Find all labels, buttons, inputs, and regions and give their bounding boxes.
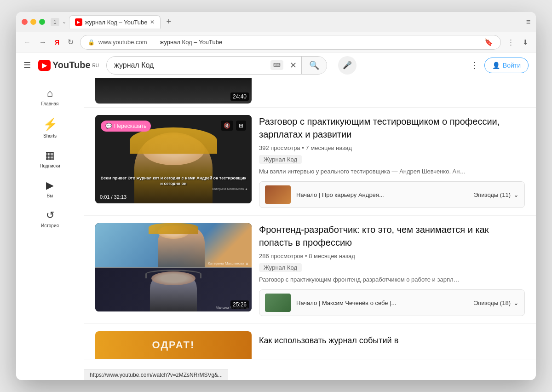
main-content: ⌂ Главная ⚡ Shorts ▦ Подписки ▶ Вы ↺ И [16, 78, 536, 380]
tab-count[interactable]: 1 [51, 18, 59, 26]
hamburger-menu-icon[interactable]: ☰ [23, 60, 31, 70]
tab-close-button[interactable]: ✕ [150, 19, 155, 25]
video-meta-2: 286 просмотров • 8 месяцев назад [259, 253, 525, 259]
episode-count-2: Эпизоды (18) [474, 300, 511, 306]
video-title-2[interactable]: Фронтенд-разработчик: кто это, чем заним… [259, 223, 525, 249]
retell-button[interactable]: 💬 Пересказать [101, 121, 151, 132]
video-thumbnail-3[interactable]: ОДРАТ! [95, 331, 252, 359]
video-thumbnail-2[interactable]: Катерина Максимова ▲ Мак [95, 223, 252, 311]
sidebar-item-you[interactable]: ▶ Вы [16, 174, 84, 204]
sidebar: ⌂ Главная ⚡ Shorts ▦ Подписки ▶ Вы ↺ И [16, 78, 84, 380]
playlist-thumbnail-2 [265, 294, 291, 312]
subscriptions-icon: ▦ [45, 150, 55, 161]
close-button[interactable] [22, 19, 28, 25]
header-actions: ⋮ 👤 Войти [471, 58, 529, 73]
sidebar-shorts-label: Shorts [43, 133, 57, 138]
mute-icon[interactable]: 🔇 [221, 121, 233, 131]
maximize-button[interactable] [39, 19, 45, 25]
thumb-controls: 🔇 ⊞ [221, 121, 246, 131]
sidebar-history-label: История [41, 223, 59, 228]
bookmark-icon[interactable]: 🔖 [484, 38, 493, 46]
playlist-episodes-2[interactable]: Эпизоды (18) ⌄ [474, 299, 519, 306]
video-result-1: Всем привет Это журнал кот и сегодня с н… [84, 108, 536, 216]
playlist-info-2: Начало | Максим Чеченёв о себе |... [296, 299, 468, 307]
forward-button[interactable]: → [37, 36, 48, 48]
history-icon: ↺ [46, 209, 54, 221]
sidebar-home-label: Главная [41, 101, 58, 106]
video-title-1[interactable]: Разговор с практикующим тестировщиком о … [259, 115, 525, 141]
sidebar-item-home[interactable]: ⌂ Главная [16, 82, 84, 112]
thumb-top-half: Катерина Максимова ▲ [95, 223, 252, 267]
youtube-logo[interactable]: ▶ YouTube RU [38, 60, 99, 71]
sidebar-item-history[interactable]: ↺ История [16, 204, 84, 234]
youtube-app: ☰ ▶ YouTube RU ⌨ ✕ 🔍 🎤 ⋮ 👤 Войти [16, 52, 536, 380]
youtube-region-label: RU [92, 63, 99, 68]
results-list: 24:40 [84, 78, 536, 359]
reload-button[interactable]: ↻ [66, 36, 75, 48]
name-tag-top: Катерина Максимова ▲ [208, 261, 249, 265]
channel-name-1[interactable]: Журнал Код [259, 155, 302, 164]
retell-label: Пересказать [114, 123, 146, 129]
video-result-3: ОДРАТ! Как использовать журнал событий в [84, 324, 536, 359]
partial-top-result: 24:40 [84, 78, 536, 108]
url-input[interactable]: 🔒 www.youtube.com журнал Код – YouTube 🔖 [80, 35, 501, 50]
video-subtitle: Всем привет Это журнал кот и сегодня с н… [95, 175, 252, 187]
partial-duration: 24:40 [230, 92, 249, 101]
video-title-3[interactable]: Как использовать журнал событий в [259, 335, 525, 346]
voice-search-button[interactable]: 🎤 [338, 56, 356, 75]
search-results[interactable]: 24:40 [84, 78, 536, 380]
expand-icon-1[interactable]: ⌄ [513, 191, 519, 198]
video-time-indicator: 0:01 / 32:13 [100, 194, 126, 200]
video-meta-1: 392 просмотра • 7 месяцев назад [259, 144, 525, 151]
url-bar: ← → Я ↻ 🔒 www.youtube.com журнал Код – Y… [16, 32, 536, 52]
expand-icon-2[interactable]: ⌄ [513, 299, 519, 306]
video-desc-1: Мы взяли интервью у реального тестировщи… [259, 167, 525, 176]
lock-icon: 🔒 [88, 39, 95, 46]
new-tab-button[interactable]: + [163, 17, 174, 27]
back-button[interactable]: ← [22, 36, 33, 48]
captions-icon[interactable]: ⊞ [236, 121, 246, 131]
tab-favicon-icon: ▶ [75, 18, 82, 26]
video-duration-2: 25:26 [230, 300, 249, 309]
video-info-2: Фронтенд-разработчик: кто это, чем заним… [259, 223, 525, 316]
playlist-card-1[interactable]: Начало | Про карьеру Андрея... Эпизоды (… [259, 181, 525, 208]
playlist-title-1: Начало | Про карьеру Андрея... [296, 191, 384, 198]
sidebar-item-shorts[interactable]: ⚡ Shorts [16, 112, 84, 144]
sidebar-item-subscriptions[interactable]: ▦ Подписки [16, 144, 84, 174]
video-thumbnail-1[interactable]: Всем привет Это журнал кот и сегодня с н… [95, 115, 252, 203]
playlist-card-2[interactable]: Начало | Максим Чеченёв о себе |... Эпиз… [259, 289, 525, 316]
active-tab[interactable]: ▶ журнал Код – YouTube ✕ [69, 15, 161, 29]
thumb-bottom-half: Максим Чеченёв ▲ [95, 268, 252, 311]
search-input[interactable] [107, 58, 269, 73]
browser-menu-icon[interactable]: ≡ [526, 18, 530, 26]
sidebar-subscriptions-label: Подписки [40, 163, 60, 168]
tab-chevron-icon[interactable]: ⌄ [62, 19, 66, 25]
minimize-button[interactable] [30, 19, 36, 25]
yandex-icon: Я [53, 37, 61, 48]
video-info-1: Разговор с практикующим тестировщиком о … [259, 115, 525, 208]
playlist-thumbnail-1 [265, 185, 291, 204]
traffic-lights [22, 19, 45, 25]
video-result-2: Катерина Максимова ▲ Мак [84, 216, 536, 324]
signin-button[interactable]: 👤 Войти [484, 58, 529, 73]
search-bar[interactable]: ⌨ ✕ 🔍 [106, 56, 327, 75]
retell-icon: 💬 [105, 123, 112, 129]
sidebar-you-label: Вы [47, 193, 53, 198]
search-submit-icon[interactable]: 🔍 [301, 57, 327, 74]
name-tag-1: Катерина Максимова ▲ [212, 187, 248, 190]
shorts-icon: ⚡ [43, 117, 58, 132]
browser-window: 1 ⌄ ▶ журнал Код – YouTube ✕ + ≡ ← → Я ↻… [16, 12, 536, 380]
search-clear-icon[interactable]: ✕ [285, 60, 301, 70]
playlist-title-2: Начало | Максим Чеченёв о себе |... [296, 300, 396, 306]
user-circle-icon: 👤 [492, 62, 500, 69]
playlist-episodes-1[interactable]: Эпизоды (11) ⌄ [474, 191, 519, 198]
more-options-button[interactable]: ⋮ [471, 60, 479, 70]
video-info-3: Как использовать журнал событий в [259, 331, 525, 359]
download-icon[interactable]: ⬇ [521, 36, 530, 48]
video-desc-2: Разговор с практикующим фронтенд-разрабо… [259, 276, 525, 284]
partial-thumbnail[interactable]: 24:40 [95, 78, 252, 104]
channel-name-2[interactable]: Журнал Код [259, 263, 302, 272]
episode-count-1: Эпизоды (11) [474, 191, 511, 198]
playlist-info-1: Начало | Про карьеру Андрея... [296, 190, 468, 199]
more-options-icon[interactable]: ⋮ [506, 36, 516, 48]
